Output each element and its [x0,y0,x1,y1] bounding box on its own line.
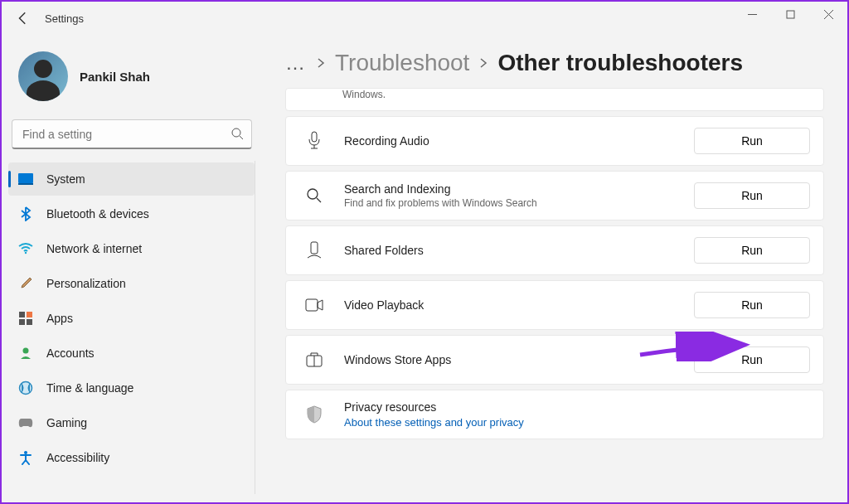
svg-point-8 [25,252,27,254]
svg-point-15 [24,451,27,454]
close-icon [824,10,833,19]
card-subtitle: Find and fix problems with Windows Searc… [344,197,694,209]
brush-icon [18,276,33,291]
run-button[interactable]: Run [694,237,810,264]
sidebar-item-gaming[interactable]: Gaming [8,406,255,439]
svg-point-4 [232,128,240,137]
sidebar-item-bluetooth[interactable]: Bluetooth & devices [8,197,255,230]
sidebar-item-apps[interactable]: Apps [8,302,255,335]
maximize-icon [786,10,795,19]
close-button[interactable] [809,2,847,27]
privacy-resources-card[interactable]: Privacy resources About these settings a… [285,390,824,439]
troubleshooter-search-indexing[interactable]: Search and Indexing Find and fix problem… [285,171,824,220]
microphone-icon [299,131,329,151]
svg-rect-20 [306,299,318,311]
main-content: … Troubleshoot Other troubleshooters Win… [262,35,847,502]
shield-icon [299,405,329,424]
time-icon [18,380,33,395]
sidebar-item-time[interactable]: Time & language [8,371,255,405]
page-title: Other troubleshooters [497,50,743,76]
troubleshooter-recording-audio[interactable]: Recording Audio Run [285,116,824,166]
system-icon [18,172,33,187]
card-title: Privacy resources [344,400,810,414]
troubleshooter-video-playback[interactable]: Video Playback Run [285,280,824,330]
search-input[interactable] [12,119,252,149]
svg-rect-16 [312,132,317,142]
sidebar: Pankil Shah System Bluetooth & devices N… [2,35,262,502]
svg-point-17 [308,189,318,199]
minimize-button[interactable] [733,2,771,27]
avatar [18,51,68,101]
card-title: Search and Indexing [344,182,694,196]
card-text: Windows. [342,89,386,100]
wifi-icon [18,241,33,256]
svg-rect-19 [311,242,318,254]
chevron-right-icon [317,57,325,69]
card-title: Shared Folders [344,244,694,257]
svg-rect-11 [19,319,25,325]
store-icon [299,352,329,367]
nav-label: Gaming [46,416,87,429]
nav-label: Personalization [46,277,126,290]
nav-label: Bluetooth & devices [46,207,149,220]
app-title: Settings [45,12,84,25]
svg-rect-1 [787,11,794,18]
troubleshooter-shared-folders[interactable]: Shared Folders Run [285,225,824,275]
nav-list: System Bluetooth & devices Network & int… [8,161,255,494]
nav-label: Network & internet [46,242,142,255]
sidebar-item-system[interactable]: System [8,162,255,196]
run-button[interactable]: Run [694,292,810,318]
search-icon [299,187,329,204]
sidebar-item-personalization[interactable]: Personalization [8,267,255,300]
privacy-link[interactable]: About these settings and your privacy [344,416,810,429]
sidebar-item-accounts[interactable]: Accounts [8,337,255,370]
bluetooth-icon [18,206,33,221]
troubleshooter-card-partial: Windows. [285,88,824,111]
shared-folder-icon [299,241,329,259]
search-box [12,119,252,149]
nav-label: System [46,172,85,186]
run-button[interactable]: Run [694,182,810,209]
search-icon [230,127,244,140]
titlebar: Settings [2,2,847,35]
breadcrumb-more[interactable]: … [285,51,307,75]
nav-label: Apps [46,312,73,325]
run-button[interactable]: Run [694,346,810,373]
svg-rect-10 [27,312,32,317]
card-title: Video Playback [344,298,694,312]
svg-point-13 [23,348,29,354]
svg-rect-6 [18,173,33,183]
chevron-right-icon [479,57,488,69]
svg-line-18 [317,198,321,202]
back-button[interactable] [10,5,36,32]
troubleshooter-store-apps[interactable]: Windows Store Apps Run [285,335,824,385]
run-button[interactable]: Run [694,128,810,154]
sidebar-item-network[interactable]: Network & internet [8,232,255,265]
svg-point-14 [20,382,32,395]
nav-label: Accounts [46,346,95,360]
accounts-icon [18,346,33,361]
svg-rect-9 [19,312,25,317]
user-name: Pankil Shah [80,70,150,84]
gaming-icon [18,415,33,430]
svg-rect-12 [27,319,32,325]
user-profile[interactable]: Pankil Shah [8,43,255,109]
apps-icon [18,311,33,326]
nav-label: Accessibility [46,451,109,464]
breadcrumb: … Troubleshoot Other troubleshooters [285,50,824,76]
maximize-button[interactable] [771,2,809,27]
window-controls [733,2,847,27]
accessibility-icon [18,450,33,465]
arrow-left-icon [16,11,31,26]
minimize-icon [748,10,757,19]
card-title: Windows Store Apps [344,353,694,366]
svg-line-5 [240,136,243,139]
video-icon [299,298,329,312]
card-title: Recording Audio [344,134,694,148]
svg-rect-7 [18,183,33,185]
breadcrumb-troubleshoot[interactable]: Troubleshoot [335,50,469,76]
sidebar-item-accessibility[interactable]: Accessibility [8,441,255,474]
nav-label: Time & language [46,381,133,395]
